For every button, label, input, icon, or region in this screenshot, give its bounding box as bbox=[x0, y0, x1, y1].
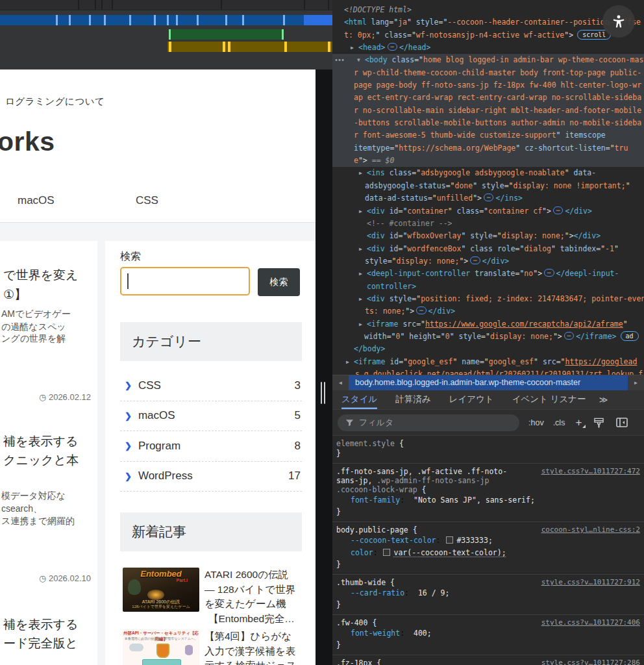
accessibility-overlay-button[interactable] bbox=[602, 5, 635, 38]
expand-arrow-icon[interactable]: ▶ bbox=[359, 205, 367, 218]
stylesheet-source-link[interactable]: cocoon-styl…nline-css:2 bbox=[536, 525, 640, 534]
expand-arrow-icon[interactable]: ▶ bbox=[359, 293, 367, 305]
css-property-row[interactable]: --card-ratio: 16 / 9; bbox=[336, 587, 640, 599]
dom-line[interactable]: <!-- #container --> bbox=[332, 218, 644, 230]
rendering-brush-icon[interactable] bbox=[593, 418, 604, 428]
breadcrumb-selected-node[interactable]: body.home.blog.logged-in.admin-bar.wp-th… bbox=[349, 375, 628, 390]
article-title[interactable]: ATARI 2600の伝説 ― 128バイトで世界 を変えたゲーム機 【Ento… bbox=[204, 568, 295, 627]
page-nav-text[interactable]: ログラミングについて bbox=[5, 95, 105, 108]
tab-layout[interactable]: レイアウト bbox=[449, 390, 494, 409]
style-rule-section[interactable]: .ff-noto-sans-jp, .wf-active .ff-noto-st… bbox=[332, 464, 644, 522]
css-property-name[interactable]: --card-ratio bbox=[351, 588, 404, 597]
dom-line[interactable]: <html lang="ja" style="--cocoon--header-… bbox=[332, 16, 644, 29]
css-property-name[interactable]: color bbox=[351, 548, 373, 557]
search-button[interactable]: 検索 bbox=[258, 268, 300, 296]
elements-tree[interactable]: <!DOCTYPE html><html lang="ja" style="--… bbox=[332, 0, 644, 375]
expand-inline-icon[interactable]: ⋯ bbox=[416, 307, 426, 314]
dom-line[interactable]: ▶<div id="wordfenceBox" class role="dial… bbox=[332, 243, 644, 255]
article-title[interactable]: 【第4回】ひらがな 入力で漢字候補を表 示する検索サジェス bbox=[204, 629, 297, 665]
page-tab-macos[interactable]: macOS bbox=[18, 194, 55, 207]
expand-inline-icon[interactable]: ⋯ bbox=[553, 207, 563, 214]
post-title-line[interactable]: 補を表示する bbox=[3, 433, 78, 450]
dom-line[interactable]: <!DOCTYPE html> bbox=[332, 4, 644, 16]
css-property-value[interactable]: 400; bbox=[409, 629, 432, 638]
css-property-value[interactable]: 16 / 9; bbox=[414, 588, 449, 597]
expand-inline-icon[interactable]: ⋯ bbox=[564, 332, 574, 340]
dom-line[interactable]: style="display: none;">⋯</div> bbox=[332, 255, 644, 268]
dom-line[interactable]: r no-scrollable-main sidebar-right mblt-… bbox=[332, 105, 644, 117]
dom-line[interactable]: ▶<div style="position: fixed; z-index: 2… bbox=[332, 293, 644, 305]
dom-line[interactable]: -buttons scrollable-mobile-buttons autho… bbox=[332, 117, 644, 129]
collapse-arrow-icon[interactable]: ▼ bbox=[357, 54, 365, 66]
rule-selector-line[interactable]: .ff-noto-sans-jp, .wf-active .ff-noto-st… bbox=[336, 467, 640, 476]
color-swatch-icon[interactable] bbox=[446, 536, 453, 544]
dom-line[interactable]: itemtype="https://schema.org/WebPage" cz… bbox=[332, 142, 644, 155]
dom-line[interactable]: ap ect-entry-card-wrap rect-entry-card-w… bbox=[332, 92, 644, 104]
post-title-line[interactable]: ード完全版と bbox=[3, 635, 78, 652]
left-article-card[interactable]: で世界を変え ①】 AMでビデオゲー の過酷なスペッ ングの世界を解 ◷ 202… bbox=[0, 241, 97, 665]
post-title-line[interactable]: ①】 bbox=[3, 286, 27, 303]
rule-selector-line[interactable]: .cocoon-block-wrap { bbox=[336, 485, 640, 494]
css-property-name[interactable]: --cocoon-text-color bbox=[351, 536, 436, 545]
dom-line[interactable]: controller> bbox=[332, 281, 644, 293]
drag-handle-icon[interactable] bbox=[321, 382, 322, 404]
dom-line[interactable]: page page-body ff-noto-sans-jp fz-18px f… bbox=[332, 79, 644, 92]
rule-selector-line[interactable]: .fz-18px {style.css?v…1011727:286 bbox=[336, 659, 640, 665]
breadcrumb-scroll-left-button[interactable]: ◀ bbox=[332, 375, 349, 390]
post-title-line[interactable]: クニックと本 bbox=[3, 452, 79, 469]
devtools-dock-gutter[interactable] bbox=[316, 69, 332, 665]
expand-inline-icon[interactable]: ⋯ bbox=[484, 194, 493, 201]
article-thumbnail[interactable]: Entombed Part.I ATARI 2600の伝説 128バイトで世界を… bbox=[123, 568, 199, 612]
article-entry[interactable]: 外部API・サーバー・セキュリティ【応用編】 本番運用に必須の技術を網羅!堅牢な… bbox=[123, 629, 310, 665]
dom-line[interactable]: ▶<ins class="adsbygoogle adsbygoogle-noa… bbox=[332, 167, 644, 179]
rule-selector-line[interactable]: element.style { bbox=[336, 439, 640, 448]
dom-line[interactable]: r wp-child-theme-cocoon-child-master bod… bbox=[332, 67, 644, 79]
expand-inline-icon[interactable]: ⋯ bbox=[544, 269, 554, 277]
dom-line[interactable]: ▶<div id="container" class="container cf… bbox=[332, 205, 644, 218]
dom-line[interactable]: e"> == $0 bbox=[332, 155, 644, 167]
style-rule-section[interactable]: element.style {} bbox=[332, 436, 644, 464]
toggle-hover-state-button[interactable]: :hov bbox=[528, 418, 544, 427]
style-rule-section[interactable]: body.public-page {cocoon-styl…nline-css:… bbox=[332, 522, 644, 575]
rule-selector-line[interactable]: .thumb-wide {style.css?v…1011727:912 bbox=[336, 578, 640, 587]
css-property-name[interactable]: font-family bbox=[351, 496, 400, 505]
dom-line[interactable]: t: 0px;" class="wf-notosansjp-n4-active … bbox=[332, 29, 644, 42]
dom-line[interactable]: •••▼<body class="home blog logged-in adm… bbox=[332, 54, 644, 66]
css-property-value[interactable]: var(--cocoon-text-color); bbox=[393, 548, 506, 557]
category-item-wordpress[interactable]: ❯ WordPress 17 bbox=[120, 462, 302, 492]
css-property-row[interactable]: color: var(--cocoon-text-color); bbox=[336, 547, 640, 559]
expand-arrow-icon[interactable]: ▶ bbox=[359, 318, 367, 331]
dom-line[interactable]: </body> bbox=[332, 343, 644, 355]
expand-arrow-icon[interactable]: ▶ bbox=[359, 167, 367, 179]
dom-line[interactable]: data-ad-status="unfilled">⋯</ins> bbox=[332, 192, 644, 205]
dom-line[interactable]: ▶<iframe id="google_esf" name="google_es… bbox=[332, 356, 644, 368]
expand-arrow-icon[interactable]: ▶ bbox=[351, 42, 358, 54]
expand-arrow-icon[interactable]: ▶ bbox=[359, 268, 367, 280]
css-property-value[interactable]: "Noto Sans JP", sans-serif; bbox=[409, 496, 535, 505]
dom-line[interactable]: s.g.doubleclick.net/pagead/html/r2026021… bbox=[332, 368, 644, 375]
dom-line[interactable]: ▶<deepl-input-controller translate="no">… bbox=[332, 268, 644, 280]
stylesheet-source-link[interactable]: style.css?v…1011727:912 bbox=[536, 578, 640, 587]
dom-line[interactable]: adsbygoogle-status="done" style="display… bbox=[332, 180, 644, 192]
expand-arrow-icon[interactable]: ▶ bbox=[359, 243, 367, 255]
page-tab-css[interactable]: CSS bbox=[136, 194, 158, 207]
rule-selector-line[interactable]: .fw-400 {style.css?v…1011727:406 bbox=[336, 618, 640, 627]
dom-line[interactable]: width="0" height="0" style="display: non… bbox=[332, 331, 644, 343]
style-rule-section[interactable]: .thumb-wide {style.css?v…1011727:912--ca… bbox=[332, 575, 644, 615]
expand-inline-icon[interactable]: ⋯ bbox=[470, 257, 480, 264]
rule-selector-line[interactable]: body.public-page {cocoon-styl…nline-css:… bbox=[336, 525, 640, 534]
post-title-line[interactable]: 補を表示する bbox=[3, 616, 78, 633]
article-thumbnail[interactable]: 外部API・サーバー・セキュリティ【応用編】 本番運用に必須の技術を網羅!堅牢な… bbox=[123, 629, 199, 665]
breadcrumb-scroll-right-button[interactable]: ▶ bbox=[628, 375, 644, 390]
tab-styles[interactable]: スタイル bbox=[341, 390, 377, 409]
style-rule-section[interactable]: .fw-400 {style.css?v…1011727:406font-wei… bbox=[332, 615, 644, 655]
tab-event-listeners[interactable]: イベント リスナー bbox=[512, 390, 586, 409]
dom-line[interactable]: ▶<head>⋯</head> bbox=[332, 42, 644, 54]
stylesheet-source-link[interactable]: style.css?v…1011727:286 bbox=[536, 659, 640, 665]
category-item-css[interactable]: ❯ CSS 3 bbox=[120, 371, 302, 401]
post-title-line[interactable]: で世界を変え bbox=[3, 267, 78, 284]
ad-badge[interactable]: ad bbox=[621, 331, 639, 341]
dom-gutter-more-icon[interactable]: ••• bbox=[334, 54, 344, 66]
css-property-row[interactable]: font-family: "Noto Sans JP", sans-serif; bbox=[336, 494, 640, 507]
tab-computed[interactable]: 計算済み bbox=[395, 390, 430, 409]
